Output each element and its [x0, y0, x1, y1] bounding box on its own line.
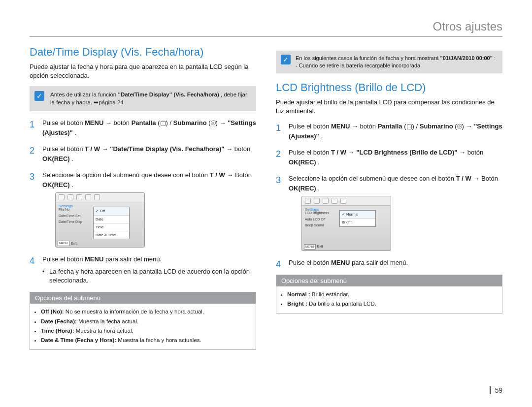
pantalla-label: Pantalla — [378, 123, 402, 130]
target-label: "Date/Time Display (Vis. Fecha/hora)" — [110, 145, 224, 153]
submenu-item-text: Brillo estándar. — [310, 291, 349, 297]
period: . — [71, 155, 73, 162]
topbar-icon — [59, 194, 65, 200]
note-line1-pre: En los siguientes casos la función de fe… — [296, 55, 440, 61]
step4-text: Pulse el botón — [289, 259, 331, 266]
note-line2: - Cuando se retire la batería recargable… — [296, 63, 422, 68]
arrow: → botón — [105, 119, 132, 126]
list-item: Date/Time Set — [58, 213, 83, 219]
topbar-icon — [323, 198, 329, 204]
submenu-item: Normal : Brillo estándar. — [287, 290, 496, 299]
submarino-label: Submarino — [420, 123, 453, 130]
menu-label: MENU — [85, 119, 103, 126]
period: . — [74, 129, 76, 136]
slash: / — [169, 119, 171, 126]
arrow: → Botón — [473, 175, 498, 182]
section-heading-lcd: LCD Brightness (Brillo de LCD) — [276, 81, 502, 94]
step4-bullet: La fecha y hora aparecen en la pantalla … — [42, 267, 256, 285]
tw-label: T / W — [331, 149, 346, 156]
step4-text: Pulse el botón — [42, 255, 85, 263]
lcd-mock-screenshot: Settings File No Date/Time Set Date/Time… — [55, 192, 145, 248]
screen-topbar — [56, 193, 144, 202]
exit-label: Exit — [317, 244, 323, 250]
display-icon: (▢) — [404, 123, 414, 130]
screen-bottombar: MENU Exit — [304, 244, 323, 250]
step1-text: Pulse el botón — [289, 123, 331, 130]
topbar-icon — [314, 198, 320, 204]
note-text-pre: Antes de utilizar la función — [50, 92, 118, 97]
info-note-box: ✓ Antes de utilizar la función "Date/Tim… — [30, 86, 256, 111]
topbar-icon — [85, 194, 91, 200]
arrow: → — [102, 145, 110, 153]
submenu-item-text: Muestra la fecha actual. — [77, 318, 138, 324]
popup-item: Bright — [340, 219, 375, 226]
popup-item: ✓ Off — [94, 207, 129, 215]
step3-text: Seleccione la opción del submenú que des… — [289, 175, 456, 182]
menu-label: MENU — [85, 255, 103, 263]
step-1: Pulse el botón MENU → botón Pantalla (▢)… — [30, 118, 256, 137]
submenu-item-bold: Date (Fecha): — [41, 318, 77, 324]
menu-label: MENU — [331, 259, 350, 266]
step-1: Pulse el botón MENU → botón Pantalla (▢)… — [276, 122, 502, 141]
arrow: → botón — [459, 149, 483, 156]
submarino-label: Submarino — [173, 119, 207, 126]
intro-text: Puede ajustar la fecha y hora para que a… — [30, 63, 256, 80]
ok-label: OK(REC) — [289, 185, 316, 192]
ok-label: OK(REC) — [42, 181, 70, 188]
period: . — [71, 181, 73, 188]
topbar-icon — [94, 194, 100, 200]
lcd-mock-screenshot: Settings LCD Brightness Auto LCD Off Bee… — [301, 196, 391, 251]
note-line1-bold: "01/JAN/2010 00:00" — [440, 55, 493, 61]
topbar-icon — [67, 194, 73, 200]
list-item: File No — [58, 207, 83, 213]
period: . — [318, 185, 320, 192]
arrow: → Botón — [227, 171, 252, 179]
submenu-item-bold: Date & Time (Fecha y Hora): — [41, 337, 116, 343]
section-heading-datetime: Date/Time Display (Vis. Fecha/hora) — [30, 46, 256, 59]
step-2: Pulse el botón T / W → "Date/Time Displa… — [30, 144, 256, 163]
popup-item: Date & Time — [94, 231, 129, 239]
topbar-icon — [332, 198, 337, 204]
menu-button-icon: MENU — [58, 241, 69, 246]
display-icon: (▢) — [158, 119, 168, 126]
step3-text: Seleccione la opción del submenú que des… — [42, 171, 210, 179]
menu-button-icon: MENU — [304, 244, 316, 250]
submenu-item: Off (No): No se muestra la información d… — [41, 308, 250, 316]
exit-label: Exit — [71, 241, 77, 247]
popup-label: Off — [100, 209, 105, 213]
list-item: Date/Time Disp — [58, 219, 83, 225]
popup-item: Date — [94, 216, 129, 223]
popup-item: ✓ Normal — [340, 211, 375, 219]
period: . — [318, 158, 320, 166]
tw-label: T / W — [210, 171, 225, 179]
submenu-list: Off (No): No se muestra la información d… — [41, 308, 250, 344]
topbar-icon — [340, 198, 346, 204]
arrow: → — [220, 119, 228, 126]
note-text-bold: "Date/Time Display" (Vis. Fecha/hora) — [118, 92, 219, 97]
topbar-icon — [76, 194, 82, 200]
period: . — [321, 132, 323, 140]
two-column-layout: Date/Time Display (Vis. Fecha/hora) Pued… — [30, 46, 502, 350]
submenu-item-text: Muestra la hora actual. — [74, 328, 133, 334]
arrow: → — [466, 123, 474, 130]
screen-topbar — [302, 196, 391, 206]
submenu-item: Date (Fecha): Muestra la fecha actual. — [41, 317, 250, 326]
page-header-title: Otros ajustes — [30, 20, 502, 37]
step4-text2: para salir del menú. — [105, 255, 162, 263]
list-item: Beep Sound — [304, 222, 330, 229]
menu-list: File No Date/Time Set Date/Time Disp — [58, 207, 83, 225]
submenu-item-text: Da brillo a la pantalla LCD. — [307, 301, 376, 307]
popup-list: ✓ Normal Bright — [339, 210, 376, 227]
menu-list: LCD Brightness Auto LCD Off Beep Sound — [304, 210, 330, 229]
submarine-icon: (⦾) — [208, 119, 218, 126]
steps-list: Pulse el botón MENU → botón Pantalla (▢)… — [30, 118, 256, 285]
manual-page: Otros ajustes Date/Time Display (Vis. Fe… — [0, 0, 532, 407]
submenu-item-bold: Normal : — [287, 291, 310, 297]
target-label: "LCD Brightness (Brillo de LCD)" — [356, 149, 457, 156]
note-line1-post: : — [494, 55, 496, 61]
steps-list: Pulse el botón MENU → botón Pantalla (▢)… — [276, 122, 502, 268]
submenu-options-box: Opciones del submenú Off (No): No se mue… — [30, 292, 256, 350]
tw-label: T / W — [85, 145, 100, 153]
right-column: ✓ En los siguientes casos la función de … — [276, 46, 502, 350]
submenu-item: Time (Hora): Muestra la hora actual. — [41, 327, 250, 335]
